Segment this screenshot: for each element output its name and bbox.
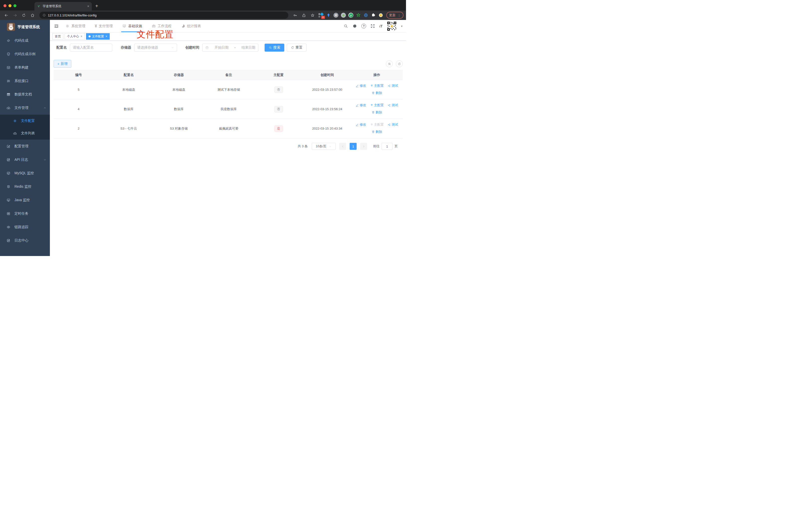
minimize-window-button[interactable] [8, 4, 11, 7]
chevron-right-icon [362, 145, 365, 148]
search-icon[interactable] [343, 24, 348, 28]
browser-menu-icon[interactable]: ⋮ [398, 13, 401, 17]
top-menu-payment[interactable]: ¥ 支付管理 [95, 20, 113, 32]
chevron-down-icon [171, 46, 174, 49]
user-avatar-qr[interactable] [387, 21, 397, 31]
sidebar-item-api-log[interactable]: API 日志 [0, 153, 50, 167]
share-icon[interactable] [302, 13, 306, 18]
sidebar-item-config-management[interactable]: 配置管理 [0, 140, 50, 153]
search-button[interactable]: 搜索 [265, 43, 284, 52]
emoji-extension-icon[interactable] [378, 13, 383, 18]
command-extension-icon[interactable]: ⌘ [334, 13, 339, 18]
file-config-table: 编号 配置名 存储器 备注 主配置 创建时间 操作 5 本地磁盘 本地磁盘 测试 [54, 70, 403, 138]
sidebar-item-mysql-monitor[interactable]: MySQL 监控 [0, 167, 50, 180]
page-size-select[interactable]: 10条/页 [312, 143, 336, 150]
puzzle-extensions-icon[interactable] [371, 13, 376, 18]
zoom-window-button[interactable] [13, 4, 17, 7]
config-name-input[interactable]: 请输入配置名 [70, 43, 112, 52]
sidebar-logo[interactable]: 芋道管理系统 [0, 20, 50, 34]
sidebar-item-redis-monitor[interactable]: Redis 监控 [0, 180, 50, 193]
page-size-value: 10条/页 [316, 144, 326, 149]
sidebar-item-db-doc[interactable]: 数据库文档 [0, 88, 50, 101]
sidebar-item-log-center[interactable]: 日志中心 [0, 234, 50, 247]
sidebar-item-code-gen[interactable]: 代码生成 [0, 34, 50, 48]
new-tab-button[interactable]: + [95, 3, 98, 9]
test-link[interactable]: 测试 [387, 102, 398, 109]
edit-link[interactable]: 修改 [356, 83, 366, 89]
star-extension-icon[interactable] [356, 13, 361, 18]
y-extension-icon[interactable]: y [348, 13, 353, 18]
reset-button[interactable]: 重置 [287, 43, 307, 52]
reload-icon[interactable] [22, 13, 26, 18]
prev-page-button[interactable] [339, 143, 346, 150]
close-icon[interactable]: × [106, 35, 107, 38]
total-count: 共 3 条 [298, 144, 308, 149]
sidebar-item-label: 表单构建 [14, 65, 28, 70]
add-button[interactable]: + 新增 [54, 60, 71, 68]
test-link[interactable]: 测试 [387, 121, 398, 128]
top-menu-reports[interactable]: 统计报表 [181, 20, 201, 32]
lens-extension-icon[interactable] [364, 13, 368, 18]
sidebar-item-file-list[interactable]: 文件列表 [0, 127, 50, 140]
storage-select[interactable]: 请选择存储器 [134, 43, 177, 52]
recorder-extension-icon[interactable] [341, 13, 346, 18]
col-name: 配置名 [104, 70, 154, 80]
current-page-button[interactable]: 1 [350, 143, 357, 150]
back-icon[interactable] [4, 13, 8, 18]
edit-link[interactable]: 修改 [356, 102, 366, 109]
cell-storage: 数据库 [154, 99, 204, 119]
site-info-icon[interactable] [42, 13, 46, 17]
browser-update-button[interactable]: 更新 ⋮ [386, 12, 404, 19]
refresh-table-button[interactable] [396, 60, 403, 67]
window-controls[interactable] [0, 4, 20, 10]
font-size-icon[interactable]: tT [379, 24, 382, 28]
trash-icon [372, 130, 375, 133]
magnet-icon [370, 84, 373, 88]
tab-title: 芋道管理系统 [42, 4, 85, 8]
sidebar-fold-icon[interactable] [54, 24, 59, 29]
sidebar-item-code-demo[interactable]: 代码生成示例 [0, 48, 50, 61]
password-key-icon[interactable] [293, 13, 297, 18]
home-icon[interactable] [30, 13, 35, 18]
pin-extension-icon[interactable]: 11 [318, 13, 323, 18]
fullscreen-icon[interactable] [370, 24, 375, 28]
gem-extension-icon[interactable] [326, 13, 331, 18]
primary-badge: 是 [274, 125, 283, 132]
close-icon[interactable]: × [81, 35, 82, 38]
master-config-link[interactable]: 主配置 [370, 102, 384, 109]
toggle-search-button[interactable] [386, 60, 393, 67]
close-window-button[interactable] [3, 4, 6, 7]
sidebar-item-scheduled-jobs[interactable]: 定时任务 [0, 207, 50, 220]
date-range-picker[interactable]: 开始日期 - 结束日期 [202, 43, 258, 52]
tag-home[interactable]: 首页 [52, 33, 63, 40]
sidebar-item-label: Redis 监控 [14, 184, 31, 189]
delete-link[interactable]: 删除 [372, 109, 382, 116]
top-menu-system[interactable]: 系统管理 [65, 20, 85, 32]
pie-chart-icon [181, 24, 185, 28]
avatar-caret-icon[interactable]: ▾ [401, 24, 403, 28]
tag-profile[interactable]: 个人中心 × [65, 33, 85, 40]
master-config-link[interactable]: 主配置 [370, 83, 384, 89]
url-bar[interactable]: 127.0.0.1:1024/infra/file/file-config [39, 12, 288, 19]
edit-link[interactable]: 修改 [356, 121, 366, 128]
test-link[interactable]: 测试 [387, 83, 398, 89]
sidebar-item-tracing[interactable]: 链路追踪 [0, 220, 50, 234]
help-icon[interactable]: ? [361, 24, 366, 28]
goto-page-input[interactable] [382, 143, 393, 150]
sidebar-item-java-monitor[interactable]: Java 监控 [0, 193, 50, 207]
tag-file-config[interactable]: 文件配置 × [86, 33, 110, 40]
tab-close-icon[interactable]: × [87, 4, 89, 8]
sidebar-item-file-config[interactable]: 文件配置 [0, 115, 50, 127]
sidebar-item-system-api[interactable]: 系统接口 [0, 74, 50, 88]
sidebar-item-form-builder[interactable]: 表单构建 [0, 61, 50, 74]
sidebar-item-file-management[interactable]: 文件管理 [0, 101, 50, 115]
delete-link[interactable]: 删除 [372, 90, 382, 96]
delete-link[interactable]: 删除 [372, 129, 382, 135]
next-page-button[interactable] [360, 143, 367, 150]
browser-tab[interactable]: 芋道管理系统 × [34, 2, 92, 10]
forward-icon[interactable] [13, 13, 17, 18]
github-icon[interactable] [352, 24, 357, 28]
top-menu: 系统管理 ¥ 支付管理 基础设施 工作流程 统计报表 [65, 20, 201, 32]
sidebar-item-label: 日志中心 [14, 238, 28, 243]
bookmark-star-icon[interactable] [311, 13, 315, 18]
